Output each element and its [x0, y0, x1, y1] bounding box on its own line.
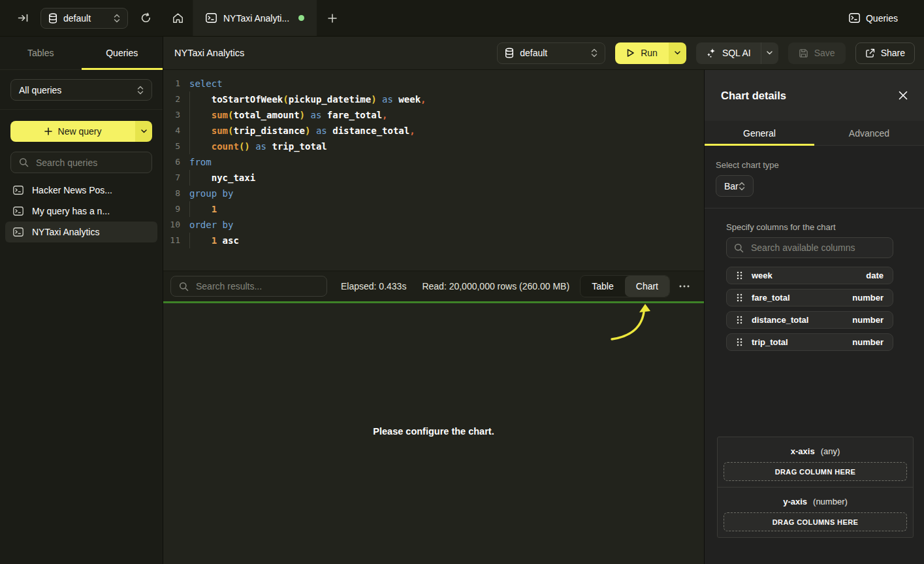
y-axis-label: y-axis: [783, 497, 807, 506]
columns-section-label: Specify columns for the chart: [726, 222, 913, 232]
new-tab-button[interactable]: [317, 0, 348, 36]
home-tab[interactable]: [163, 0, 193, 36]
refresh-button[interactable]: [137, 10, 154, 27]
column-row[interactable]: fare_total number: [726, 289, 893, 307]
column-type: number: [852, 315, 884, 325]
sql-ai-dropdown-button[interactable]: [761, 42, 778, 64]
tab-nytaxi-analytics[interactable]: NYTaxi Analyti...: [193, 0, 317, 36]
panel-tab-label: Advanced: [849, 128, 889, 139]
sidebar-tab-tables[interactable]: Tables: [0, 37, 82, 69]
panel-body: Select chart type Bar Specify columns fo…: [705, 160, 924, 351]
share-button[interactable]: Share: [855, 42, 915, 64]
sidebar-tab-queries[interactable]: Queries: [82, 37, 163, 69]
updown-chevron-icon: [591, 48, 597, 58]
chevron-down-icon: [675, 51, 680, 55]
annotation-arrow: [601, 303, 686, 350]
column-type: number: [852, 337, 884, 347]
column-name: distance_total: [752, 315, 808, 325]
y-axis-section: y-axis(number) DRAG COLUMNS HERE: [718, 487, 913, 537]
code-line: 7 nyc_taxi: [168, 170, 704, 186]
code-line: 8group by: [168, 186, 704, 201]
collapse-sidebar-button[interactable]: [14, 10, 31, 27]
topbar-database-selector[interactable]: default: [40, 8, 128, 29]
query-list: Hacker News Pos... My query has a n...: [5, 180, 157, 242]
panel-tab-label: General: [743, 128, 776, 139]
tab-strip: NYTaxi Analyti...: [163, 0, 348, 36]
run-button[interactable]: Run: [615, 42, 669, 64]
editor-actions: default Run: [497, 42, 915, 64]
query-name: NYTaxi Analytics: [32, 227, 99, 237]
share-label: Share: [881, 48, 905, 58]
panel-tab-advanced[interactable]: Advanced: [814, 121, 924, 145]
more-options-button[interactable]: [675, 285, 693, 288]
plus-icon: [328, 14, 337, 23]
column-row[interactable]: distance_total number: [726, 311, 893, 329]
chart-type-value: Bar: [724, 181, 739, 191]
new-query-split-button: New query: [10, 121, 152, 142]
queries-button[interactable]: Queries: [849, 13, 898, 24]
query-terminal-icon: [206, 13, 217, 23]
run-split-button: Run: [615, 42, 686, 64]
panel-title: Chart details: [721, 90, 786, 102]
updown-chevron-icon: [739, 182, 745, 191]
database-icon: [505, 48, 514, 58]
x-axis-dropzone[interactable]: DRAG COLUMN HERE: [724, 462, 907, 481]
search-results-input[interactable]: [195, 280, 319, 292]
sidebar-search: [10, 152, 152, 173]
column-type: date: [866, 271, 884, 280]
chart-type-label: Select chart type: [716, 160, 913, 170]
editor-header: NYTaxi Analytics default: [163, 37, 924, 70]
drag-handle-icon[interactable]: [737, 293, 742, 302]
column-row[interactable]: week date: [726, 267, 893, 284]
columns-search: [726, 237, 893, 258]
column-type: number: [852, 293, 884, 303]
code-line: 3 sum(total_amount) as fare_total,: [168, 107, 704, 123]
query-title: NYTaxi Analytics: [174, 48, 244, 58]
drag-handle-icon[interactable]: [737, 338, 742, 346]
editor-database-selector[interactable]: default: [497, 42, 605, 64]
code-line: 9 1: [168, 201, 704, 217]
refresh-icon: [140, 12, 151, 24]
panel-tab-general[interactable]: General: [705, 121, 814, 145]
topbar: default: [0, 0, 924, 37]
y-axis-dropzone[interactable]: DRAG COLUMNS HERE: [724, 512, 907, 531]
column-name: week: [752, 271, 773, 280]
code-line: 10order by: [168, 217, 704, 233]
code-line: 6from: [168, 154, 704, 170]
query-list-item[interactable]: My query has a n...: [5, 201, 157, 222]
drag-handle-icon[interactable]: [737, 271, 742, 280]
save-button[interactable]: Save: [788, 42, 846, 64]
query-name: Hacker News Pos...: [32, 185, 112, 195]
queries-button-label: Queries: [866, 13, 898, 24]
run-options-button[interactable]: [669, 42, 686, 64]
pin-right-icon: [18, 13, 29, 23]
query-terminal-icon: [13, 227, 24, 237]
new-query-dropdown-button[interactable]: [135, 121, 152, 142]
sparkles-icon: [706, 48, 716, 58]
sidebar-tab-label: Tables: [27, 48, 54, 58]
sql-editor[interactable]: 1select2 toStartOfWeek(pickup_datetime) …: [163, 70, 704, 271]
share-icon: [865, 48, 875, 58]
query-filter-select[interactable]: All queries: [10, 79, 152, 101]
search-icon: [19, 158, 29, 167]
sidebar-tabs: Tables Queries: [0, 37, 163, 70]
code-line: 2 toStartOfWeek(pickup_datetime) as week…: [168, 91, 704, 107]
code-line: 11 1 asc: [168, 233, 704, 248]
x-axis-section: x-axis(any) DRAG COLUMN HERE: [718, 437, 913, 487]
column-row[interactable]: trip_total number: [726, 333, 893, 351]
view-tab-chart[interactable]: Chart: [625, 276, 669, 297]
search-columns-input[interactable]: [750, 242, 885, 254]
drag-handle-icon[interactable]: [737, 316, 742, 324]
query-list-item[interactable]: Hacker News Pos...: [5, 180, 157, 201]
query-list-item[interactable]: NYTaxi Analytics: [5, 222, 157, 242]
chevron-down-icon: [767, 51, 773, 55]
close-panel-button[interactable]: [899, 91, 908, 100]
new-query-label: New query: [58, 126, 102, 137]
column-name: fare_total: [752, 293, 790, 303]
chart-type-select[interactable]: Bar: [716, 175, 754, 197]
search-icon: [179, 282, 189, 291]
search-queries-input[interactable]: [35, 157, 144, 169]
sql-ai-button[interactable]: SQL AI: [696, 42, 761, 64]
new-query-button[interactable]: New query: [10, 121, 135, 142]
view-tab-table[interactable]: Table: [581, 276, 624, 297]
